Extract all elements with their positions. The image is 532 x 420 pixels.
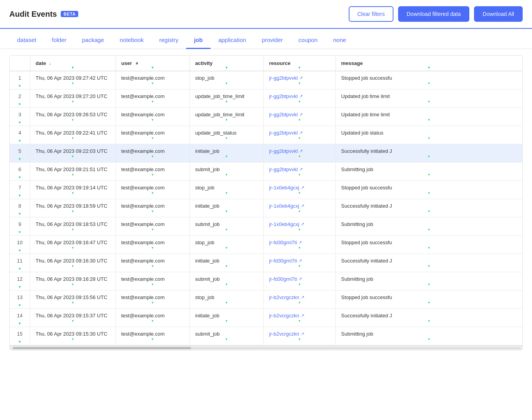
cell-resource[interactable]: jr-gg2btpvvkl ↗▼ — [263, 89, 335, 108]
col-header-resource[interactable]: resource ▼ — [263, 56, 335, 71]
external-link-icon: ↗ — [301, 331, 304, 336]
resource-link[interactable]: jr-fd30gml7ti ↗ — [269, 240, 330, 245]
cell-resource[interactable]: jr-1x0eb4gcxj ↗▼ — [263, 199, 335, 217]
col-header-activity[interactable]: activity ▼ — [190, 56, 263, 71]
cell-filter-arrow: ▼ — [121, 228, 184, 231]
cell-filter-arrow: ▼ — [341, 82, 517, 85]
table-row[interactable]: 15▼Thu, 06 Apr 2023 09:15:30 UTC▼test@ex… — [10, 327, 522, 345]
col-header-message[interactable]: message ▼ — [335, 56, 522, 71]
table-row[interactable]: 2▼Thu, 06 Apr 2023 09:27:20 UTC▼test@exa… — [10, 89, 522, 108]
cell-num: 7▼ — [10, 181, 30, 199]
scrollbar-thumb[interactable] — [13, 347, 191, 349]
resource-link[interactable]: jr-b2vcrgczkn ↗ — [269, 313, 330, 318]
table-row[interactable]: 9▼Thu, 06 Apr 2023 09:18:53 UTC▼test@exa… — [10, 217, 522, 236]
tab-coupon[interactable]: coupon — [291, 32, 325, 49]
audit-table-container: date ↓ ▼ user ▼ ▼ activity ▼ resource ▼ … — [9, 55, 523, 350]
resource-link[interactable]: jr-fd30gml7ti ↗ — [269, 258, 330, 264]
table-row[interactable]: 11▼Thu, 06 Apr 2023 09:16:30 UTC▼test@ex… — [10, 254, 522, 272]
cell-filter-arrow: ▼ — [341, 100, 517, 103]
table-row[interactable]: 12▼Thu, 06 Apr 2023 09:16:28 UTC▼test@ex… — [10, 272, 522, 290]
resource-link[interactable]: jr-1x0eb4gcxj ↗ — [269, 185, 330, 191]
cell-filter-arrow: ▼ — [121, 283, 184, 286]
user-filter-icon: ▼ — [135, 61, 139, 66]
tab-job[interactable]: job — [186, 32, 211, 49]
cell-resource[interactable]: jr-gg2btpvvkl ↗▼ — [263, 163, 335, 181]
cell-filter-arrow: ▼ — [36, 246, 110, 250]
num-col-arrow: ▼ — [18, 121, 21, 124]
cell-resource[interactable]: jr-gg2btpvvkl ↗▼ — [263, 126, 335, 144]
resource-link[interactable]: jr-1x0eb4gcxj ↗ — [269, 203, 330, 209]
tab-folder[interactable]: folder — [44, 32, 74, 49]
tab-dataset[interactable]: dataset — [9, 32, 44, 49]
resource-link[interactable]: jr-gg2btpvvkl ↗ — [269, 130, 330, 136]
cell-filter-arrow: ▼ — [195, 118, 258, 122]
table-row[interactable]: 1▼Thu, 06 Apr 2023 09:27:42 UTC▼test@exa… — [10, 71, 522, 89]
tab-notebook[interactable]: notebook — [112, 32, 151, 49]
cell-message: Updated job time limit▼ — [335, 89, 522, 108]
tab-package[interactable]: package — [74, 32, 112, 49]
scrollbar-track — [11, 347, 521, 349]
cell-message: Successfully initiated J▼ — [335, 254, 522, 272]
cell-resource[interactable]: jr-gg2btpvvkl ↗▼ — [263, 144, 335, 163]
resource-link[interactable]: jr-fd30gml7ti ↗ — [269, 276, 330, 282]
resource-link[interactable]: jr-gg2btpvvkl ↗ — [269, 93, 330, 99]
cell-user: test@example.com▼ — [116, 290, 190, 309]
cell-filter-arrow: ▼ — [195, 246, 258, 250]
cell-resource[interactable]: jr-b2vcrgczkn ↗▼ — [263, 327, 335, 345]
cell-resource[interactable]: jr-fd30gml7ti ↗▼ — [263, 272, 335, 290]
resource-filter-arrow: ▼ — [298, 66, 301, 70]
cell-user: test@example.com▼ — [116, 181, 190, 199]
cell-filter-arrow: ▼ — [341, 136, 517, 140]
table-row[interactable]: 13▼Thu, 06 Apr 2023 09:15:56 UTC▼test@ex… — [10, 290, 522, 309]
cell-message: Updated job status▼ — [335, 126, 522, 144]
table-row[interactable]: 14▼Thu, 06 Apr 2023 09:15:37 UTC▼test@ex… — [10, 309, 522, 327]
cell-activity: submit_job▼ — [190, 217, 263, 236]
tab-application[interactable]: application — [211, 32, 254, 49]
resource-link[interactable]: jr-gg2btpvvkl ↗ — [269, 112, 330, 117]
cell-filter-arrow: ▼ — [269, 136, 330, 140]
cell-filter-arrow: ▼ — [195, 191, 258, 195]
table-row[interactable]: 8▼Thu, 06 Apr 2023 09:18:59 UTC▼test@exa… — [10, 199, 522, 217]
table-row[interactable]: 4▼Thu, 06 Apr 2023 09:22:41 UTC▼test@exa… — [10, 126, 522, 144]
tab-registry[interactable]: registry — [151, 32, 186, 49]
col-header-user[interactable]: user ▼ ▼ — [116, 56, 190, 71]
cell-activity: update_job_time_limit▼ — [190, 89, 263, 108]
cell-num: 10▼ — [10, 236, 30, 254]
resource-link[interactable]: jr-1x0eb4gcxj ↗ — [269, 221, 330, 227]
cell-resource[interactable]: jr-fd30gml7ti ↗▼ — [263, 236, 335, 254]
tab-none[interactable]: none — [325, 32, 354, 49]
horizontal-scrollbar[interactable] — [10, 345, 522, 350]
download-all-button[interactable]: Download All — [474, 6, 523, 22]
clear-filters-button[interactable]: Clear filters — [349, 6, 393, 22]
table-row[interactable]: 7▼Thu, 06 Apr 2023 09:19:14 UTC▼test@exa… — [10, 181, 522, 199]
resource-link[interactable]: jr-b2vcrgczkn ↗ — [269, 331, 330, 337]
resource-link[interactable]: jr-gg2btpvvkl ↗ — [269, 148, 330, 154]
cell-resource[interactable]: jr-1x0eb4gcxj ↗▼ — [263, 217, 335, 236]
cell-filter-arrow: ▼ — [341, 264, 517, 268]
resource-link[interactable]: jr-gg2btpvvkl ↗ — [269, 75, 330, 81]
cell-resource[interactable]: jr-gg2btpvvkl ↗▼ — [263, 71, 335, 89]
date-filter-arrow: ▼ — [71, 66, 75, 70]
cell-filter-arrow: ▼ — [269, 100, 330, 103]
cell-resource[interactable]: jr-1x0eb4gcxj ↗▼ — [263, 181, 335, 199]
resource-link[interactable]: jr-b2vcrgczkn ↗ — [269, 294, 330, 300]
resource-link[interactable]: jr-gg2btpvvkl ↗ — [269, 166, 330, 172]
col-header-date[interactable]: date ↓ ▼ — [30, 56, 116, 71]
cell-activity: stop_job▼ — [190, 71, 263, 89]
table-row[interactable]: 10▼Thu, 06 Apr 2023 09:16:47 UTC▼test@ex… — [10, 236, 522, 254]
cell-resource[interactable]: jr-b2vcrgczkn ↗▼ — [263, 290, 335, 309]
download-filtered-button[interactable]: Download filtered data — [398, 6, 469, 22]
tab-provider[interactable]: provider — [254, 32, 291, 49]
table-row[interactable]: 5▼Thu, 06 Apr 2023 09:22:03 UTC▼test@exa… — [10, 144, 522, 163]
cell-num: 8▼ — [10, 199, 30, 217]
cell-resource[interactable]: jr-b2vcrgczkn ↗▼ — [263, 309, 335, 327]
cell-filter-arrow: ▼ — [121, 136, 184, 140]
cell-filter-arrow: ▼ — [341, 155, 517, 158]
cell-resource[interactable]: jr-fd30gml7ti ↗▼ — [263, 254, 335, 272]
num-col-arrow: ▼ — [18, 212, 21, 216]
table-row[interactable]: 6▼Thu, 06 Apr 2023 09:21:51 UTC▼test@exa… — [10, 163, 522, 181]
message-filter-arrow: ▼ — [427, 66, 431, 70]
num-col-arrow: ▼ — [18, 285, 21, 289]
table-row[interactable]: 3▼Thu, 06 Apr 2023 09:26:53 UTC▼test@exa… — [10, 108, 522, 126]
cell-resource[interactable]: jr-gg2btpvvkl ↗▼ — [263, 108, 335, 126]
